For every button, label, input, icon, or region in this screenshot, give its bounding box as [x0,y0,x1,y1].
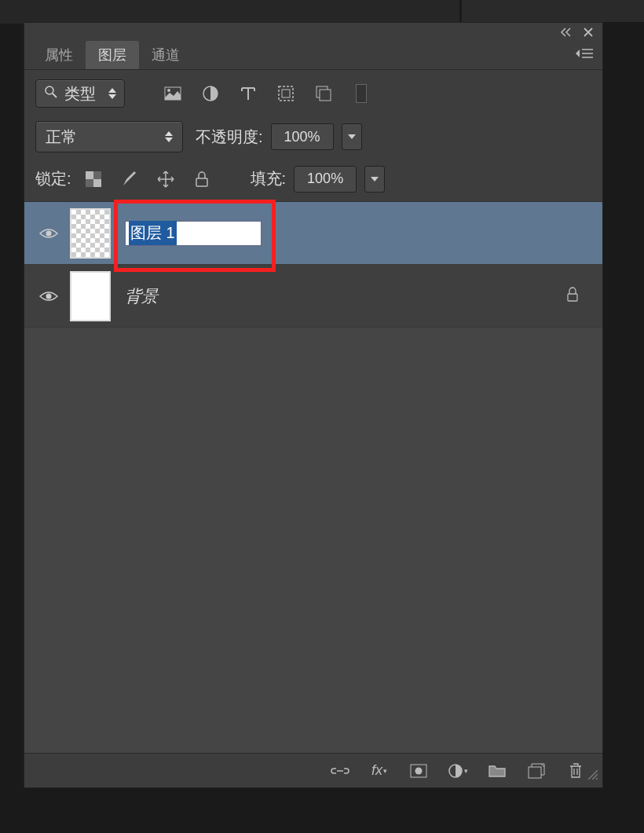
lock-row: 锁定: 填充: 100% [24,160,602,202]
layer-locked-icon[interactable] [566,287,579,306]
updown-arrows-icon [108,88,116,99]
new-group-icon[interactable] [486,760,508,782]
tab-channels[interactable]: 通道 [139,41,192,69]
delete-layer-icon[interactable] [565,760,587,782]
panel-menu-icon[interactable] [576,48,593,62]
layer-effects-icon[interactable]: fx▾ [368,760,390,782]
blend-row: 正常 不透明度: 100% [24,114,602,160]
layers-list: 图层 1 背景 [24,202,602,753]
filter-toggle-switch[interactable] [356,84,367,103]
fill-dropdown-icon[interactable] [364,166,385,193]
filter-type-icon[interactable] [238,83,258,104]
adjustment-layer-icon[interactable]: ▾ [447,760,469,782]
opacity-label: 不透明度: [196,127,263,148]
svg-point-17 [415,767,423,774]
svg-rect-10 [93,171,101,179]
filter-adjustment-icon[interactable] [200,83,221,104]
close-panel-icon[interactable] [580,25,596,39]
layer-name-wrap: 背景 [125,285,566,307]
blend-mode-label: 正常 [46,127,77,148]
lock-position-icon[interactable] [155,168,177,190]
svg-point-2 [167,89,170,92]
lock-icons-group [82,168,213,190]
search-icon [44,85,58,102]
svg-rect-4 [279,86,293,101]
lock-all-icon[interactable] [191,168,213,190]
layer-name-label[interactable]: 背景 [125,285,158,307]
svg-rect-19 [529,767,541,778]
layer-row[interactable]: 图层 1 [24,202,602,265]
opacity-dropdown-icon[interactable] [342,123,362,150]
svg-rect-5 [282,90,290,97]
svg-rect-11 [86,179,93,187]
link-layers-icon[interactable] [329,760,351,782]
new-layer-icon[interactable] [525,760,547,782]
layers-bottom-bar: fx▾ ▾ [24,753,602,787]
svg-rect-8 [86,171,93,179]
fill-label: 填充: [251,168,287,189]
layer-thumbnail[interactable] [70,208,111,259]
filter-shape-icon[interactable] [276,83,296,104]
panel-header [24,23,602,42]
filter-type-icons [163,83,334,104]
visibility-toggle-icon[interactable] [35,290,62,303]
layer-mask-icon[interactable] [408,760,430,782]
svg-rect-15 [568,294,577,301]
visibility-toggle-icon[interactable] [35,227,62,240]
filter-row: 类型 [24,70,602,114]
layer-row[interactable]: 背景 [24,265,602,328]
filter-label: 类型 [64,83,99,105]
layers-panel: 属性 图层 通道 类型 [24,22,603,788]
updown-arrows-icon [165,131,173,142]
layer-thumbnail[interactable] [70,271,111,321]
tab-layers[interactable]: 图层 [86,41,139,69]
lock-transparent-icon[interactable] [82,168,104,190]
svg-rect-7 [320,90,331,101]
blend-mode-dropdown[interactable]: 正常 [35,121,183,152]
opacity-value[interactable]: 100% [271,123,334,150]
svg-point-0 [46,86,53,94]
panel-tabs: 属性 图层 通道 [24,42,602,70]
lock-label: 锁定: [35,168,71,189]
svg-point-14 [46,293,52,299]
layer-name-edit-input[interactable]: 图层 1 [125,221,262,246]
canvas-background [0,0,459,24]
canvas-right-strip [462,0,644,22]
lock-brush-icon[interactable] [119,168,141,190]
resize-grip-icon[interactable] [587,769,598,783]
svg-rect-12 [196,178,207,186]
layer-name-selected-text: 图层 1 [129,221,177,245]
filter-pixel-icon[interactable] [163,83,183,104]
fill-value[interactable]: 100% [294,166,357,193]
layer-filter-dropdown[interactable]: 类型 [35,79,125,108]
svg-point-13 [46,230,52,236]
collapse-panel-icon[interactable] [558,25,574,39]
filter-smartobject-icon[interactable] [313,83,334,104]
tab-properties[interactable]: 属性 [32,41,86,69]
layer-name-wrap: 图层 1 [125,221,595,246]
svg-rect-9 [93,179,101,187]
